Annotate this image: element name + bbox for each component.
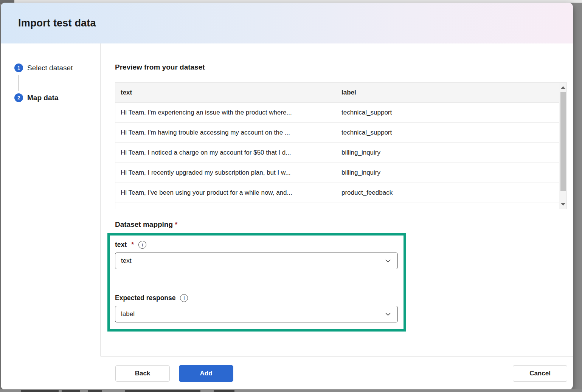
dataset-mapping-heading: Dataset mapping* — [115, 220, 567, 229]
dialog-header: Import test data — [1, 3, 573, 43]
step-select-dataset[interactable]: 1 Select dataset — [14, 64, 100, 72]
text-column-dropdown[interactable]: text — [115, 253, 398, 269]
occluded-page-content — [62, 390, 80, 392]
cell-text: Hi Team, I recently upgraded my subscrip… — [115, 163, 336, 183]
chevron-down-icon — [384, 257, 392, 265]
table-row: Hi Team, I noticed a charge on my accoun… — [115, 143, 559, 163]
dialog-main-content: Preview from your dataset text label Hi … — [101, 43, 573, 356]
expected-response-dropdown-value: label — [121, 310, 135, 318]
column-header-text: text — [115, 83, 336, 102]
info-icon[interactable]: i — [138, 241, 146, 249]
cell-text: Hi Team, I'm experiencing an issue with … — [115, 103, 336, 122]
cell-label: product_feedback — [336, 203, 559, 209]
occluded-page-edge — [0, 389, 582, 392]
scroll-down-icon[interactable] — [561, 203, 565, 206]
chevron-down-icon — [384, 310, 392, 318]
cell-text: Hi Team, I'm having trouble accessing my… — [115, 123, 336, 143]
wizard-steps-sidebar: 1 Select dataset 2 Map data — [1, 43, 101, 356]
preview-heading: Preview from your dataset — [115, 63, 567, 71]
dialog-footer: Back Add Cancel — [101, 356, 573, 390]
preview-table: text label Hi Team, I'm experiencing an … — [115, 82, 567, 209]
table-row: Hi Team, I recently upgraded my subscrip… — [115, 163, 559, 183]
occluded-page-content — [214, 390, 234, 392]
table-row: Hi Team, I'm experiencing an issue with … — [115, 103, 559, 123]
info-icon[interactable]: i — [180, 294, 188, 302]
step-connector-line — [18, 75, 19, 91]
cell-text: Hi Team, I wanted to share some feedback… — [115, 203, 336, 209]
occluded-page-content — [125, 390, 200, 392]
step-2-badge: 2 — [14, 93, 23, 102]
table-header-row: text label — [115, 83, 559, 103]
required-asterisk: * — [131, 241, 134, 249]
table-vertical-scrollbar[interactable] — [559, 83, 566, 209]
cell-label: billing_inquiry — [336, 143, 559, 163]
step-1-badge: 1 — [14, 64, 23, 72]
expected-response-label-text: Expected response — [115, 294, 175, 302]
back-button[interactable]: Back — [115, 365, 170, 382]
page-top-edge — [0, 0, 582, 3]
table-row-clipped: Hi Team, I wanted to share some feedback… — [115, 203, 559, 209]
step-map-data[interactable]: 2 Map data — [14, 93, 100, 102]
cell-label: product_feedback — [336, 183, 559, 203]
step-1-label: Select dataset — [27, 64, 73, 72]
cell-text: Hi Team, I noticed a charge on my accoun… — [115, 143, 336, 163]
column-header-label: label — [336, 83, 559, 102]
text-field-label: text* i — [115, 241, 404, 249]
cancel-button[interactable]: Cancel — [513, 365, 567, 382]
step-2-label: Map data — [27, 94, 58, 102]
occluded-page-content — [88, 390, 102, 392]
occluded-page-content — [21, 390, 59, 392]
cell-label: technical_support — [336, 103, 559, 122]
table-row: Hi Team, I've been using your product fo… — [115, 183, 559, 203]
import-test-data-dialog: Import test data 1 Select dataset 2 Map … — [1, 3, 573, 390]
scroll-up-icon[interactable] — [561, 86, 565, 89]
dataset-mapping-heading-text: Dataset mapping — [115, 220, 173, 228]
expected-response-dropdown[interactable]: label — [115, 306, 398, 322]
scrollbar-thumb[interactable] — [560, 92, 566, 191]
mapping-highlight-box: text* i text Expected response i label — [107, 233, 406, 332]
required-asterisk: * — [175, 220, 177, 228]
cell-label: billing_inquiry — [336, 163, 559, 183]
text-dropdown-value: text — [121, 257, 131, 265]
cell-text: Hi Team, I've been using your product fo… — [115, 183, 336, 203]
page-title: Import test data — [18, 17, 96, 29]
add-button[interactable]: Add — [179, 365, 233, 382]
table-row: Hi Team, I'm having trouble accessing my… — [115, 123, 559, 143]
expected-response-label: Expected response i — [115, 294, 404, 302]
text-field-label-text: text — [115, 241, 127, 249]
cell-label: technical_support — [336, 123, 559, 143]
